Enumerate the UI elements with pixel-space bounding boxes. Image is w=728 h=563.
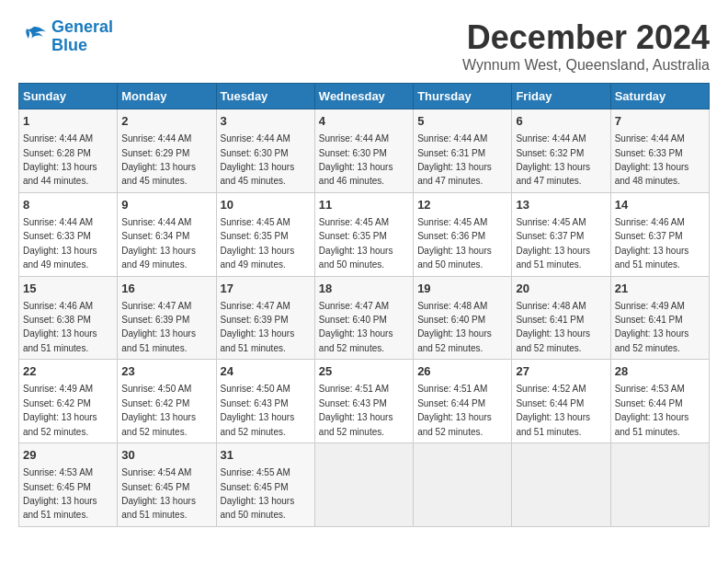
day-number: 24 — [221, 363, 311, 380]
day-number: 16 — [121, 281, 211, 297]
header-friday: Friday — [512, 84, 610, 109]
day-info: Sunrise: 4:53 AMSunset: 6:45 PMDaylight:… — [23, 467, 97, 520]
calendar-day-cell: 18 Sunrise: 4:47 AMSunset: 6:40 PMDaylig… — [314, 276, 413, 360]
calendar-day-cell: 6 Sunrise: 4:44 AMSunset: 6:32 PMDayligh… — [512, 109, 610, 193]
day-info: Sunrise: 4:44 AMSunset: 6:34 PMDaylight:… — [121, 217, 196, 270]
month-title: December 2024 — [462, 18, 710, 57]
day-info: Sunrise: 4:47 AMSunset: 6:39 PMDaylight:… — [221, 301, 295, 353]
calendar-table: SundayMondayTuesdayWednesdayThursdayFrid… — [18, 83, 710, 527]
day-info: Sunrise: 4:44 AMSunset: 6:32 PMDaylight:… — [516, 133, 590, 186]
day-number: 7 — [615, 113, 705, 130]
day-number: 25 — [319, 363, 409, 380]
calendar-day-cell: 13 Sunrise: 4:45 AMSunset: 6:37 PMDaylig… — [512, 192, 610, 276]
calendar-day-cell: 15 Sunrise: 4:46 AMSunset: 6:38 PMDaylig… — [19, 276, 118, 360]
calendar-day-cell — [414, 443, 512, 527]
day-number: 15 — [23, 281, 113, 297]
calendar-day-cell: 16 Sunrise: 4:47 AMSunset: 6:39 PMDaylig… — [118, 276, 216, 360]
day-info: Sunrise: 4:44 AMSunset: 6:33 PMDaylight:… — [23, 217, 97, 270]
day-info: Sunrise: 4:55 AMSunset: 6:45 PMDaylight:… — [221, 467, 295, 520]
calendar-day-cell — [512, 443, 610, 527]
day-info: Sunrise: 4:45 AMSunset: 6:36 PMDaylight:… — [417, 217, 492, 270]
day-number: 8 — [23, 197, 113, 213]
day-number: 3 — [221, 113, 311, 130]
day-info: Sunrise: 4:47 AMSunset: 6:39 PMDaylight:… — [121, 301, 196, 353]
calendar-day-cell — [314, 443, 413, 527]
calendar-day-cell: 7 Sunrise: 4:44 AMSunset: 6:33 PMDayligh… — [610, 109, 709, 193]
day-number: 26 — [417, 363, 507, 380]
calendar-day-cell: 22 Sunrise: 4:49 AMSunset: 6:42 PMDaylig… — [19, 360, 118, 443]
day-number: 6 — [516, 113, 606, 130]
day-info: Sunrise: 4:54 AMSunset: 6:45 PMDaylight:… — [121, 467, 196, 520]
page-header: General Blue December 2024 Wynnum West, … — [18, 18, 710, 74]
day-number: 29 — [23, 447, 113, 464]
calendar-week-row: 15 Sunrise: 4:46 AMSunset: 6:38 PMDaylig… — [19, 276, 710, 360]
header-wednesday: Wednesday — [314, 84, 413, 109]
day-info: Sunrise: 4:50 AMSunset: 6:43 PMDaylight:… — [221, 384, 295, 436]
day-number: 14 — [615, 197, 705, 213]
day-number: 11 — [319, 197, 409, 213]
calendar-day-cell: 11 Sunrise: 4:45 AMSunset: 6:35 PMDaylig… — [314, 192, 413, 276]
day-info: Sunrise: 4:44 AMSunset: 6:29 PMDaylight:… — [121, 133, 196, 186]
day-number: 4 — [319, 113, 409, 130]
day-number: 9 — [121, 197, 211, 213]
calendar-day-cell: 4 Sunrise: 4:44 AMSunset: 6:30 PMDayligh… — [314, 109, 413, 193]
day-info: Sunrise: 4:46 AMSunset: 6:37 PMDaylight:… — [615, 217, 689, 270]
calendar-week-row: 1 Sunrise: 4:44 AMSunset: 6:28 PMDayligh… — [19, 109, 710, 193]
calendar-day-cell: 24 Sunrise: 4:50 AMSunset: 6:43 PMDaylig… — [216, 360, 314, 443]
calendar-day-cell: 10 Sunrise: 4:45 AMSunset: 6:35 PMDaylig… — [216, 192, 314, 276]
day-info: Sunrise: 4:49 AMSunset: 6:42 PMDaylight:… — [23, 384, 97, 436]
calendar-day-cell: 25 Sunrise: 4:51 AMSunset: 6:43 PMDaylig… — [314, 360, 413, 443]
calendar-day-cell: 3 Sunrise: 4:44 AMSunset: 6:30 PMDayligh… — [216, 109, 314, 193]
day-number: 1 — [23, 113, 113, 130]
header-saturday: Saturday — [610, 84, 709, 109]
day-number: 18 — [319, 281, 409, 297]
calendar-day-cell: 12 Sunrise: 4:45 AMSunset: 6:36 PMDaylig… — [414, 192, 512, 276]
day-info: Sunrise: 4:48 AMSunset: 6:41 PMDaylight:… — [516, 301, 590, 353]
day-number: 23 — [121, 363, 211, 380]
calendar-day-cell: 26 Sunrise: 4:51 AMSunset: 6:44 PMDaylig… — [414, 360, 512, 443]
logo-icon — [18, 24, 48, 50]
day-info: Sunrise: 4:51 AMSunset: 6:44 PMDaylight:… — [417, 384, 492, 436]
day-number: 5 — [417, 113, 507, 130]
calendar-day-cell: 1 Sunrise: 4:44 AMSunset: 6:28 PMDayligh… — [19, 109, 118, 193]
header-thursday: Thursday — [414, 84, 512, 109]
day-info: Sunrise: 4:49 AMSunset: 6:41 PMDaylight:… — [615, 301, 689, 353]
calendar-day-cell: 14 Sunrise: 4:46 AMSunset: 6:37 PMDaylig… — [610, 192, 709, 276]
day-number: 2 — [121, 113, 211, 130]
logo: General Blue — [18, 18, 113, 55]
header-sunday: Sunday — [19, 84, 118, 109]
day-number: 17 — [221, 281, 311, 297]
day-number: 19 — [417, 281, 507, 297]
day-info: Sunrise: 4:44 AMSunset: 6:30 PMDaylight:… — [221, 133, 295, 186]
day-number: 22 — [23, 363, 113, 380]
day-info: Sunrise: 4:47 AMSunset: 6:40 PMDaylight:… — [319, 301, 393, 353]
day-info: Sunrise: 4:48 AMSunset: 6:40 PMDaylight:… — [417, 301, 492, 353]
calendar-day-cell: 27 Sunrise: 4:52 AMSunset: 6:44 PMDaylig… — [512, 360, 610, 443]
calendar-day-cell: 20 Sunrise: 4:48 AMSunset: 6:41 PMDaylig… — [512, 276, 610, 360]
header-monday: Monday — [118, 84, 216, 109]
calendar-day-cell: 29 Sunrise: 4:53 AMSunset: 6:45 PMDaylig… — [19, 443, 118, 527]
calendar-day-cell: 31 Sunrise: 4:55 AMSunset: 6:45 PMDaylig… — [216, 443, 314, 527]
day-number: 21 — [615, 281, 705, 297]
location-title: Wynnum West, Queensland, Australia — [462, 57, 710, 74]
day-number: 12 — [417, 197, 507, 213]
day-info: Sunrise: 4:44 AMSunset: 6:33 PMDaylight:… — [615, 133, 689, 186]
calendar-body: 1 Sunrise: 4:44 AMSunset: 6:28 PMDayligh… — [19, 109, 710, 527]
day-info: Sunrise: 4:53 AMSunset: 6:44 PMDaylight:… — [615, 384, 689, 436]
calendar-day-cell: 2 Sunrise: 4:44 AMSunset: 6:29 PMDayligh… — [118, 109, 216, 193]
header-tuesday: Tuesday — [216, 84, 314, 109]
calendar-day-cell: 23 Sunrise: 4:50 AMSunset: 6:42 PMDaylig… — [118, 360, 216, 443]
title-block: December 2024 Wynnum West, Queensland, A… — [462, 18, 710, 74]
day-info: Sunrise: 4:52 AMSunset: 6:44 PMDaylight:… — [516, 384, 590, 436]
day-info: Sunrise: 4:45 AMSunset: 6:37 PMDaylight:… — [516, 217, 590, 270]
calendar-week-row: 22 Sunrise: 4:49 AMSunset: 6:42 PMDaylig… — [19, 360, 710, 443]
day-info: Sunrise: 4:44 AMSunset: 6:30 PMDaylight:… — [319, 133, 393, 186]
day-number: 28 — [615, 363, 705, 380]
calendar-day-cell: 28 Sunrise: 4:53 AMSunset: 6:44 PMDaylig… — [610, 360, 709, 443]
day-info: Sunrise: 4:44 AMSunset: 6:28 PMDaylight:… — [23, 133, 97, 186]
calendar-day-cell: 5 Sunrise: 4:44 AMSunset: 6:31 PMDayligh… — [414, 109, 512, 193]
logo-text: General Blue — [51, 18, 113, 55]
day-number: 13 — [516, 197, 606, 213]
calendar-day-cell: 21 Sunrise: 4:49 AMSunset: 6:41 PMDaylig… — [610, 276, 709, 360]
calendar-week-row: 29 Sunrise: 4:53 AMSunset: 6:45 PMDaylig… — [19, 443, 710, 527]
